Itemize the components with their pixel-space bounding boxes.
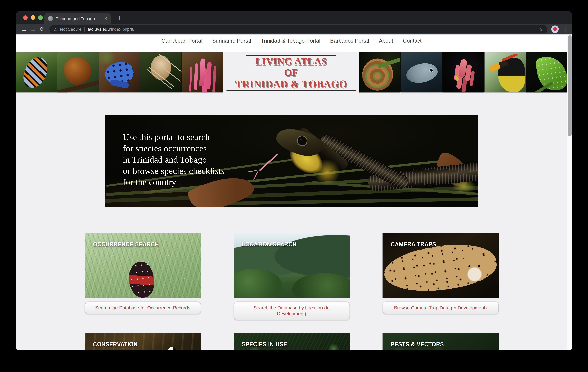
conservation-image[interactable]: CONSERVATION bbox=[84, 333, 201, 350]
card-row-2: CONSERVATION SPECIES IN USE PESTS & VECT… bbox=[84, 333, 498, 350]
site-title-block: LIVING ATLAS OF TRINIDAD & TOBAGO bbox=[223, 52, 359, 92]
card-species-in-use: SPECIES IN USE bbox=[233, 333, 350, 350]
tab-title: Trinidad and Tobago bbox=[56, 16, 102, 21]
snake-tongue-fork-graphic bbox=[253, 171, 258, 180]
new-tab-button[interactable]: + bbox=[115, 13, 125, 23]
screen: Trinidad and Tobago ✕ + ← → ⟳ ⚠ Not Secu… bbox=[0, 0, 588, 372]
tree-boa-photo bbox=[359, 52, 401, 92]
card-label: CONSERVATION bbox=[93, 341, 137, 348]
hero-banner-snake: Use this portal to search for species oc… bbox=[105, 115, 478, 207]
site-title-line-2: OF bbox=[223, 67, 359, 78]
camera-traps-button[interactable]: Browse Camera Trap Data (In Development) bbox=[382, 302, 498, 314]
hero-line: or browse species checklists bbox=[123, 165, 225, 176]
back-icon[interactable]: ← bbox=[20, 26, 29, 32]
url-host: lac.uvs.edu bbox=[88, 27, 110, 31]
card-label: OCCURRENCE SEARCH bbox=[93, 241, 159, 248]
nav-contact[interactable]: Contact bbox=[403, 37, 422, 52]
snake-tongue-fork-graphic bbox=[248, 170, 256, 172]
tab-trinidad-and-tobago[interactable]: Trinidad and Tobago ✕ bbox=[44, 13, 111, 24]
browser-toolbar: ← → ⟳ ⚠ Not Secure lac.uvs.edu /index.ph… bbox=[16, 24, 572, 35]
card-label: CAMERA TRAPS bbox=[390, 241, 436, 248]
species-in-use-image[interactable]: SPECIES IN USE bbox=[233, 333, 350, 350]
hero-line: for species occurrences bbox=[123, 143, 225, 154]
camera-traps-image[interactable]: CAMERA TRAPS bbox=[382, 233, 498, 298]
address-divider bbox=[84, 27, 85, 31]
page-viewport: Caribbean Portal Suriname Portal Trinida… bbox=[16, 34, 572, 350]
location-search-button[interactable]: Search the Database by Location (In Deve… bbox=[233, 302, 350, 320]
glasswing-butterfly-photo bbox=[16, 52, 57, 92]
card-label: LOCATION SEARCH bbox=[242, 241, 296, 248]
browser-window: Trinidad and Tobago ✕ + ← → ⟳ ⚠ Not Secu… bbox=[16, 11, 572, 350]
pink-flowers-photo bbox=[443, 52, 484, 92]
not-secure-warning-icon[interactable]: ⚠ bbox=[54, 27, 58, 32]
globe-favicon-icon bbox=[48, 16, 53, 21]
site-title-line-3: TRINIDAD & TOBAGO bbox=[223, 78, 359, 90]
nav-suriname-portal[interactable]: Suriname Portal bbox=[212, 37, 251, 52]
card-location-search: LOCATION SEARCH Search the Database by L… bbox=[233, 233, 350, 320]
page-scrollbar[interactable] bbox=[567, 34, 572, 350]
fish-photo bbox=[401, 52, 442, 92]
blue-poison-frog-photo bbox=[99, 52, 140, 92]
minimize-window-button[interactable] bbox=[31, 15, 35, 20]
site-title-line-1: LIVING ATLAS bbox=[223, 56, 359, 67]
pests-vectors-image[interactable]: PESTS & VECTORS bbox=[382, 333, 498, 350]
address-bar[interactable]: ⚠ Not Secure lac.uvs.edu /index.php/tt/ … bbox=[50, 25, 547, 33]
title-bottom-rule bbox=[226, 90, 356, 91]
masthead-photo-strip-left bbox=[16, 52, 223, 92]
close-tab-icon[interactable]: ✕ bbox=[104, 17, 107, 21]
nav-barbados-portal[interactable]: Barbados Portal bbox=[330, 37, 369, 52]
orb-weaver-spider-photo bbox=[140, 52, 182, 92]
card-pests-vectors: PESTS & VECTORS bbox=[382, 333, 498, 350]
green-katydid-photo bbox=[526, 52, 567, 92]
url-path: /index.php/tt/ bbox=[110, 27, 134, 31]
close-window-button[interactable] bbox=[23, 15, 28, 20]
card-occurrence-search: OCCURRENCE SEARCH Search the Database fo… bbox=[84, 233, 201, 314]
page-body: Use this portal to search for species oc… bbox=[16, 92, 567, 350]
occurrence-search-image[interactable]: OCCURRENCE SEARCH bbox=[84, 233, 201, 298]
hero-line: in Trinidad and Tobago bbox=[123, 154, 225, 165]
palm-frond-graphic bbox=[218, 197, 478, 205]
snake-eye-graphic bbox=[298, 136, 307, 145]
hero-line: for the country bbox=[123, 176, 225, 188]
aracari-toucan-photo bbox=[484, 52, 526, 92]
nav-about[interactable]: About bbox=[379, 37, 393, 52]
pink-coral-fungus-photo bbox=[182, 52, 223, 92]
red-howler-monkey-photo bbox=[57, 52, 99, 92]
browser-menu-icon[interactable]: ⋮ bbox=[562, 26, 569, 33]
scrollbar-thumb[interactable] bbox=[568, 35, 571, 136]
profile-avatar[interactable] bbox=[551, 25, 559, 33]
tab-strip: Trinidad and Tobago ✕ + bbox=[16, 11, 572, 24]
forward-icon[interactable]: → bbox=[29, 26, 37, 32]
site-navbar: Caribbean Portal Suriname Portal Trinida… bbox=[16, 34, 567, 52]
hero-line: Use this portal to search bbox=[123, 131, 225, 143]
card-camera-traps: CAMERA TRAPS Browse Camera Trap Data (In… bbox=[382, 233, 498, 314]
page-content: Caribbean Portal Suriname Portal Trinida… bbox=[16, 34, 567, 350]
security-label: Not Secure bbox=[60, 27, 82, 31]
reload-icon[interactable]: ⟳ bbox=[37, 26, 46, 33]
card-conservation: CONSERVATION bbox=[84, 333, 201, 350]
card-row-1: OCCURRENCE SEARCH Search the Database fo… bbox=[84, 233, 498, 320]
zoom-window-button[interactable] bbox=[38, 15, 43, 20]
masthead: LIVING ATLAS OF TRINIDAD & TOBAGO bbox=[16, 52, 567, 92]
card-label: SPECIES IN USE bbox=[242, 341, 287, 348]
masthead-photo-strip-right bbox=[359, 52, 567, 92]
occurrence-search-button[interactable]: Search the Database for Occurrence Recor… bbox=[84, 302, 201, 314]
window-controls bbox=[23, 15, 43, 20]
nav-trinidad-tobago-portal[interactable]: Trinidad & Tobago Portal bbox=[261, 37, 320, 52]
location-search-image[interactable]: LOCATION SEARCH bbox=[233, 233, 350, 298]
bookmark-star-icon[interactable]: ☆ bbox=[539, 26, 543, 32]
nav-caribbean-portal[interactable]: Caribbean Portal bbox=[161, 37, 202, 52]
hero-text: Use this portal to search for species oc… bbox=[123, 131, 225, 188]
card-label: PESTS & VECTORS bbox=[390, 341, 444, 348]
